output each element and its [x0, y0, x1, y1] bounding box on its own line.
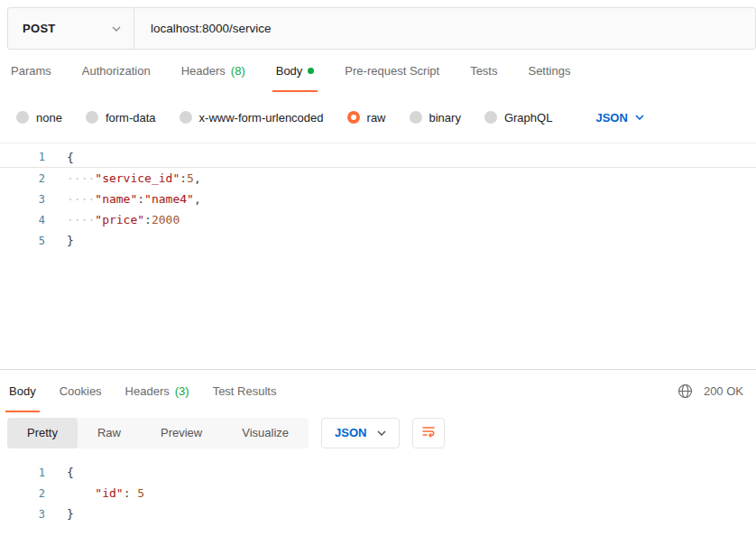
body-set-dot — [308, 68, 314, 74]
tab-label: Settings — [528, 64, 570, 78]
code-line: 2····"service_id":5, — [0, 168, 756, 189]
mode-label: x-www-form-urlencoded — [199, 111, 324, 125]
code-text: ····"name":"name4", — [45, 192, 201, 206]
method-label: POST — [23, 22, 56, 35]
tab-body[interactable]: Body — [276, 50, 315, 92]
radio-selected-icon — [347, 111, 360, 124]
mode-binary[interactable]: binary — [410, 111, 461, 125]
radio-icon — [180, 111, 192, 124]
tab-label: Params — [11, 64, 51, 78]
response-language-selector[interactable]: JSON — [321, 418, 400, 448]
view-tab-raw[interactable]: Raw — [78, 418, 141, 448]
radio-icon — [484, 111, 497, 124]
view-tab-label: Pretty — [27, 426, 58, 439]
body-mode-row: none form-data x-www-form-urlencoded raw… — [0, 92, 756, 143]
language-label: JSON — [335, 426, 366, 439]
tab-pre-request-script[interactable]: Pre-request Script — [345, 50, 439, 92]
mode-label: raw — [367, 111, 386, 125]
chevron-down-icon — [377, 430, 386, 436]
tab-label: Cookies — [60, 384, 102, 398]
tab-label: Headers — [181, 64, 226, 78]
response-view-bar: Pretty Raw Preview Visualize JSON — [0, 412, 756, 453]
request-url-bar: POST — [7, 7, 756, 50]
line-number: 4 — [0, 214, 45, 226]
code-line: 5} — [0, 230, 756, 251]
tab-label: Headers — [125, 384, 170, 398]
line-number: 3 — [0, 508, 45, 521]
view-tab-label: Visualize — [242, 426, 289, 439]
mode-x-www-form-urlencoded[interactable]: x-www-form-urlencoded — [180, 111, 324, 125]
response-body-viewer[interactable]: 1{2 "id": 53} — [0, 453, 756, 524]
tab-params[interactable]: Params — [11, 50, 51, 92]
tab-label: Body — [276, 64, 303, 78]
mode-graphql[interactable]: GraphQL — [484, 111, 552, 125]
code-text: ····"service_id":5, — [45, 171, 201, 185]
view-tab-label: Preview — [161, 426, 202, 439]
response-tabs: Body Cookies Headers (3) Test Results 20… — [0, 370, 756, 412]
tab-settings[interactable]: Settings — [528, 50, 570, 92]
code-line: 1{ — [0, 147, 756, 168]
tab-label: Pre-request Script — [345, 64, 439, 78]
mode-form-data[interactable]: form-data — [86, 111, 156, 125]
method-selector[interactable]: POST — [8, 8, 134, 49]
url-input[interactable] — [151, 22, 755, 35]
mode-raw[interactable]: raw — [347, 111, 386, 125]
line-number: 1 — [0, 466, 45, 479]
line-number: 5 — [0, 235, 45, 247]
view-tab-preview[interactable]: Preview — [141, 418, 222, 448]
view-tab-visualize[interactable]: Visualize — [222, 418, 309, 448]
tab-label: Body — [9, 384, 36, 398]
language-label: JSON — [595, 111, 627, 125]
wrap-lines-button[interactable] — [412, 418, 445, 448]
url-field — [134, 8, 755, 49]
status-code: 200 OK — [704, 384, 743, 398]
chevron-down-icon — [112, 26, 121, 32]
line-number: 2 — [0, 172, 45, 185]
mode-label: none — [36, 111, 62, 125]
tab-headers[interactable]: Headers (8) — [181, 50, 245, 92]
radio-icon — [86, 111, 98, 124]
mode-label: binary — [429, 111, 461, 125]
code-line: 3} — [0, 503, 756, 524]
view-tab-pretty[interactable]: Pretty — [7, 418, 78, 448]
view-mode-segment: Pretty Raw Preview Visualize — [7, 418, 309, 448]
view-tab-label: Raw — [97, 426, 121, 439]
response-tab-headers[interactable]: Headers (3) — [125, 370, 189, 412]
code-line: 2 "id": 5 — [0, 483, 756, 503]
raw-language-selector[interactable]: JSON — [595, 111, 643, 125]
code-text: } — [45, 507, 74, 521]
tab-label: Authorization — [82, 64, 151, 78]
radio-icon — [410, 111, 422, 124]
tab-authorization[interactable]: Authorization — [82, 50, 151, 92]
response-tab-cookies[interactable]: Cookies — [60, 370, 102, 412]
response-headers-count: (3) — [175, 384, 189, 398]
globe-icon[interactable] — [678, 383, 693, 399]
response-section: Body Cookies Headers (3) Test Results 20… — [0, 369, 756, 524]
response-tab-body[interactable]: Body — [9, 370, 36, 412]
code-text: ····"price":2000 — [45, 213, 180, 226]
code-text: { — [45, 151, 74, 164]
code-line: 1{ — [0, 462, 756, 483]
code-text: "id": 5 — [45, 486, 144, 500]
code-text: { — [45, 466, 74, 479]
tab-tests[interactable]: Tests — [470, 50, 497, 92]
line-number: 3 — [0, 193, 45, 206]
chevron-down-icon — [635, 115, 644, 120]
tab-label: Tests — [470, 64, 497, 78]
wrap-lines-icon — [421, 424, 436, 442]
line-number: 2 — [0, 487, 45, 500]
mode-label: GraphQL — [504, 111, 552, 125]
response-tab-test-results[interactable]: Test Results — [213, 370, 277, 412]
request-tabs: Params Authorization Headers (8) Body Pr… — [0, 50, 756, 92]
radio-icon — [16, 111, 29, 124]
code-line: 3····"name":"name4", — [0, 189, 756, 209]
request-body-editor[interactable]: 1{2····"service_id":5,3····"name":"name4… — [0, 143, 756, 369]
response-status: 200 OK — [678, 383, 743, 399]
line-number: 1 — [0, 151, 45, 163]
mode-none[interactable]: none — [16, 111, 62, 125]
mode-label: form-data — [106, 111, 156, 125]
tab-label: Test Results — [213, 384, 277, 398]
headers-count: (8) — [231, 64, 245, 78]
code-line: 4····"price":2000 — [0, 209, 756, 230]
code-text: } — [45, 234, 74, 247]
